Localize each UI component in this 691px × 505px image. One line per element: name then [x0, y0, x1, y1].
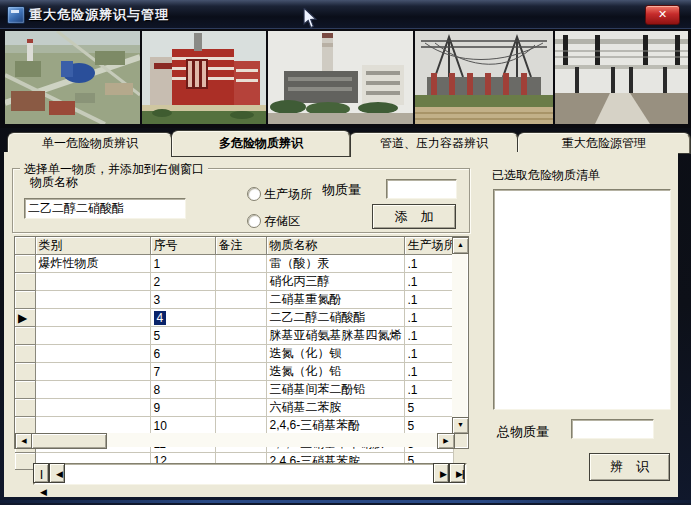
cell-name[interactable]: 硝化丙三醇: [266, 273, 404, 291]
cell-seq[interactable]: 7: [150, 363, 215, 381]
cell-name[interactable]: 二硝基重氮酚: [266, 291, 404, 309]
quantity-input[interactable]: [386, 179, 457, 199]
table-row[interactable]: 6迭氮（化）钡.1: [15, 345, 453, 363]
cell-name[interactable]: 雷（酸）汞: [266, 255, 404, 273]
cell-name[interactable]: 脒基亚硝氨基脒基四氮烯: [266, 327, 404, 345]
cell-note[interactable]: [215, 417, 266, 435]
radio-storage-label[interactable]: 存储区: [264, 213, 300, 230]
cell-seq[interactable]: 9: [150, 399, 215, 417]
selected-substances-listbox[interactable]: [493, 189, 671, 410]
cell-seq[interactable]: 2: [150, 273, 215, 291]
cell-seq[interactable]: 8: [150, 381, 215, 399]
cell-site-value[interactable]: 5: [404, 417, 453, 435]
add-button[interactable]: 添 加: [372, 204, 456, 229]
row-indicator[interactable]: [15, 345, 35, 363]
cell-site-value[interactable]: .1: [404, 273, 453, 291]
column-header-seq[interactable]: 序号: [150, 237, 215, 255]
cell-site-value[interactable]: 5: [404, 399, 453, 417]
table-row[interactable]: 3二硝基重氮酚.1: [15, 291, 453, 309]
radio-production-label[interactable]: 生产场所: [264, 186, 312, 203]
row-indicator[interactable]: ▶: [15, 309, 35, 327]
cell-name[interactable]: 三硝基间苯二酚铅: [266, 381, 404, 399]
close-button[interactable]: ✕: [645, 5, 680, 25]
cell-category[interactable]: [35, 309, 150, 327]
row-indicator[interactable]: [15, 255, 35, 273]
table-row[interactable]: ▶4二乙二醇二硝酸酯.1: [15, 309, 453, 327]
table-row[interactable]: 2硝化丙三醇.1: [15, 273, 453, 291]
cell-note[interactable]: [215, 309, 266, 327]
table-row[interactable]: 7迭氮（化）铅.1: [15, 363, 453, 381]
cell-site-value[interactable]: .1: [404, 291, 453, 309]
cell-category[interactable]: [35, 273, 150, 291]
cell-category[interactable]: [35, 399, 150, 417]
table-row[interactable]: 爆炸性物质1雷（酸）汞.1: [15, 255, 453, 273]
radio-storage-area[interactable]: [247, 214, 261, 228]
table-row[interactable]: 102,4,6-三硝基苯酚5: [15, 417, 453, 435]
identify-button[interactable]: 辨 识: [589, 453, 670, 481]
cell-note[interactable]: [215, 291, 266, 309]
cell-name[interactable]: 迭氮（化）铅: [266, 363, 404, 381]
table-row[interactable]: 5脒基亚硝氨基脒基四氮烯.1: [15, 327, 453, 345]
record-prev-button[interactable]: ◀: [49, 463, 65, 483]
row-indicator[interactable]: [15, 273, 35, 291]
cell-seq[interactable]: 5: [150, 327, 215, 345]
row-indicator[interactable]: [15, 327, 35, 345]
cell-note[interactable]: [215, 345, 266, 363]
cell-category[interactable]: [35, 291, 150, 309]
record-first-button[interactable]: |◀: [33, 463, 49, 483]
row-indicator[interactable]: [15, 381, 35, 399]
hscroll-thumb[interactable]: [31, 433, 107, 449]
cell-site-value[interactable]: .1: [404, 309, 453, 327]
row-indicator[interactable]: [15, 363, 35, 381]
cell-site-value[interactable]: .1: [404, 381, 453, 399]
cell-note[interactable]: [215, 363, 266, 381]
cell-seq[interactable]: 10: [150, 417, 215, 435]
cell-category[interactable]: [35, 417, 150, 435]
table-row[interactable]: 8三硝基间苯二酚铅.1: [15, 381, 453, 399]
cell-category[interactable]: [35, 363, 150, 381]
cell-site-value[interactable]: .1: [404, 345, 453, 363]
tab-pipe-vessel[interactable]: 管道、压力容器辨识: [350, 133, 518, 153]
cell-category[interactable]: [35, 327, 150, 345]
cell-site-value[interactable]: .1: [404, 363, 453, 381]
row-indicator[interactable]: [15, 291, 35, 309]
record-last-button[interactable]: ▶|: [449, 463, 465, 483]
row-indicator[interactable]: [15, 399, 35, 417]
cell-seq[interactable]: 1: [150, 255, 215, 273]
scroll-right-button[interactable]: ▶: [437, 433, 455, 449]
cell-name[interactable]: 迭氮（化）钡: [266, 345, 404, 363]
scroll-up-button[interactable]: ▲: [452, 237, 469, 254]
column-header-category[interactable]: 类别: [35, 237, 150, 255]
total-quantity-input[interactable]: [571, 419, 654, 439]
radio-production-site[interactable]: [247, 187, 261, 201]
cell-site-value[interactable]: .1: [404, 327, 453, 345]
column-header-name[interactable]: 物质名称: [266, 237, 404, 255]
tab-single-substance[interactable]: 单一危险物质辨识: [8, 133, 172, 153]
row-indicator[interactable]: [15, 453, 35, 470]
cell-name[interactable]: 2,4,6-三硝基苯酚: [266, 417, 404, 435]
cell-seq[interactable]: 4: [150, 309, 215, 327]
column-header-site[interactable]: 生产场所: [404, 237, 453, 255]
cell-category[interactable]: 爆炸性物质: [35, 255, 150, 273]
cell-name[interactable]: 六硝基二苯胺: [266, 399, 404, 417]
cell-note[interactable]: [215, 327, 266, 345]
cell-name[interactable]: 二乙二醇二硝酸酯: [266, 309, 404, 327]
cell-seq[interactable]: 3: [150, 291, 215, 309]
cell-note[interactable]: [215, 381, 266, 399]
row-indicator[interactable]: [15, 417, 35, 435]
cell-seq[interactable]: 6: [150, 345, 215, 363]
tab-multi-substance[interactable]: 多危险物质辨识: [172, 131, 350, 156]
tab-hazard-management[interactable]: 重大危险源管理: [518, 133, 690, 153]
cell-category[interactable]: [35, 345, 150, 363]
cell-site-value[interactable]: .1: [404, 255, 453, 273]
cell-category[interactable]: [35, 381, 150, 399]
cell-note[interactable]: [215, 255, 266, 273]
record-next-button[interactable]: ▶: [433, 463, 449, 483]
substance-name-input[interactable]: [24, 198, 186, 219]
cell-note[interactable]: [215, 399, 266, 417]
table-row[interactable]: 9六硝基二苯胺5: [15, 399, 453, 417]
scroll-down-button[interactable]: ▼: [452, 417, 469, 434]
cell-note[interactable]: [215, 273, 266, 291]
grid-vscrollbar[interactable]: [452, 237, 467, 432]
column-header-note[interactable]: 备注: [215, 237, 266, 255]
